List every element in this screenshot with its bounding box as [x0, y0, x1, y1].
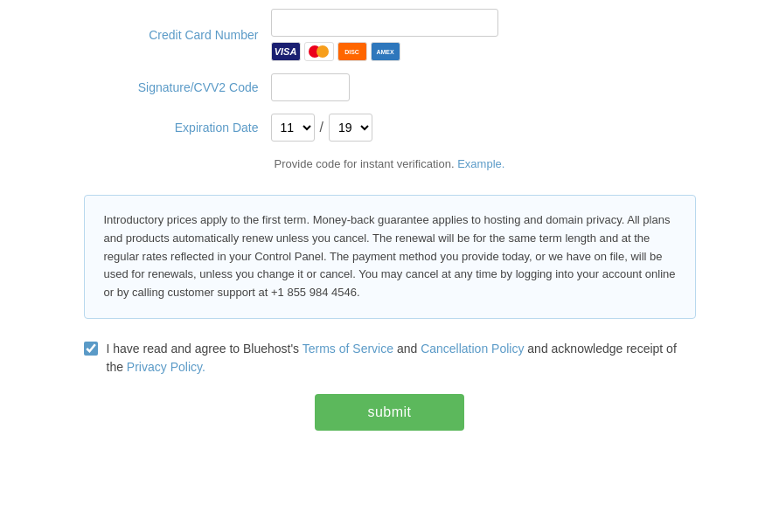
verification-example-link[interactable]: Example. — [457, 157, 504, 170]
info-text: Introductory prices apply to the first t… — [104, 211, 676, 302]
privacy-policy-link[interactable]: Privacy Policy. — [127, 360, 205, 374]
submit-wrap: submit — [84, 394, 696, 431]
cvv-input[interactable] — [271, 73, 350, 101]
visa-icon: VISA — [271, 42, 301, 61]
agreement-row: I have read and agree to Bluehost's Term… — [84, 340, 696, 377]
expiration-row: Expiration Date 01 02 03 04 05 06 07 08 … — [84, 114, 696, 142]
info-box: Introductory prices apply to the first t… — [84, 195, 696, 319]
verification-static: Provide code for instant verification. — [275, 157, 455, 170]
amex-icon: AMEX — [371, 42, 400, 61]
expiry-wrap: 01 02 03 04 05 06 07 08 09 10 11 12 / 19… — [271, 114, 372, 142]
credit-card-input-wrap: VISA DISC AMEX — [271, 9, 498, 61]
expiration-label: Expiration Date — [84, 121, 259, 135]
card-icons: VISA DISC AMEX — [271, 42, 498, 61]
credit-card-row: Credit Card Number VISA DISC AMEX — [84, 9, 696, 61]
cvv-label: Signature/CVV2 Code — [84, 80, 259, 94]
payment-form: Credit Card Number VISA DISC AMEX Signat… — [84, 9, 696, 431]
submit-button[interactable]: submit — [315, 394, 463, 431]
agree-checkbox[interactable] — [84, 342, 98, 356]
expiry-divider: / — [320, 120, 323, 135]
agree-text: I have read and agree to Bluehost's Term… — [107, 340, 696, 377]
verification-text: Provide code for instant verification. E… — [84, 157, 696, 170]
agree-prefix: I have read and agree to Bluehost's — [107, 342, 300, 356]
tos-link[interactable]: Terms of Service — [303, 342, 393, 356]
discover-icon: DISC — [337, 42, 367, 61]
mastercard-icon — [304, 42, 334, 61]
cancellation-policy-link[interactable]: Cancellation Policy — [421, 342, 524, 356]
expiry-year-select[interactable]: 19 20 21 22 23 24 25 26 27 28 29 — [329, 114, 372, 142]
cvv-row: Signature/CVV2 Code — [84, 73, 696, 101]
credit-card-label: Credit Card Number — [84, 28, 259, 42]
credit-card-input[interactable] — [271, 9, 498, 37]
expiry-month-select[interactable]: 01 02 03 04 05 06 07 08 09 10 11 12 — [271, 114, 315, 142]
